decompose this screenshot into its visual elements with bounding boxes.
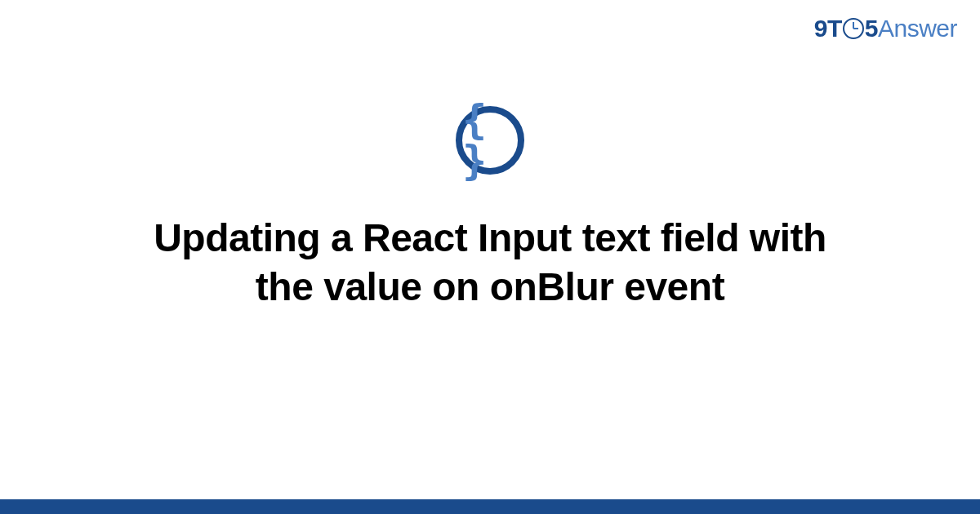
header: 9T5Answer [814, 15, 957, 42]
main-content: { } Updating a React Input text field wi… [0, 106, 980, 312]
braces-icon: { } [462, 100, 518, 181]
clock-icon [843, 18, 864, 39]
logo-number: 5 [865, 15, 878, 42]
code-topic-icon: { } [456, 106, 524, 175]
logo-suffix: Answer [878, 15, 957, 42]
logo-prefix: 9T [814, 15, 842, 42]
page-title: Updating a React Input text field with t… [122, 214, 858, 312]
site-logo[interactable]: 9T5Answer [814, 15, 957, 42]
footer-accent-bar [0, 499, 980, 514]
